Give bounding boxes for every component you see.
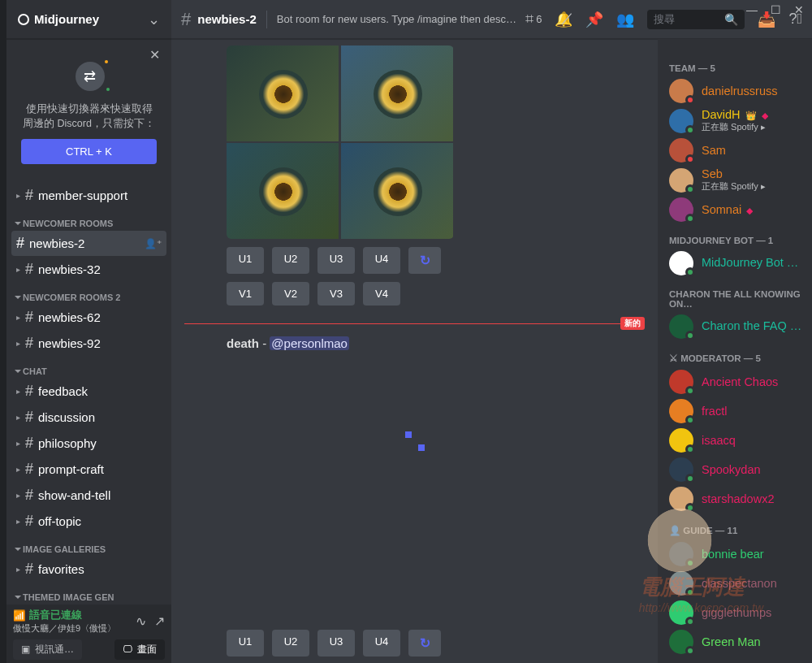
hash-icon: # — [25, 513, 33, 530]
button-u1[interactable]: U1 — [227, 630, 264, 656]
member-item[interactable]: isaacq — [666, 426, 807, 455]
channel-feedback[interactable]: ▸#feedback — [11, 379, 166, 404]
role-team: TEAM — 5 — [666, 52, 807, 76]
member-item[interactable]: Sam — [666, 136, 807, 165]
avatar — [669, 542, 693, 566]
member-item[interactable]: fractl — [666, 396, 807, 426]
message-text: death - @personlmao — [227, 336, 645, 350]
hash-icon: # — [25, 383, 33, 400]
member-item[interactable]: gigglethumps — [666, 598, 807, 627]
add-user-icon[interactable]: 👤⁺ — [145, 238, 162, 249]
category-themed[interactable]: THEMED IMAGE GEN — [11, 583, 166, 604]
member-item[interactable]: Ancient Chaos — [666, 367, 807, 396]
member-item[interactable]: Charon the FAQ … ✓ 機器人 — [666, 312, 807, 341]
avatar — [669, 600, 693, 625]
button-u2[interactable]: U2 — [272, 247, 309, 274]
category-newcomer[interactable]: NEWCOMER ROOMS — [11, 209, 166, 230]
search-icon: 🔍 — [724, 13, 738, 26]
hash-icon: # — [181, 9, 191, 30]
button-u3[interactable]: U3 — [317, 630, 355, 656]
member-item[interactable]: classpectanon — [666, 569, 807, 598]
channel-newbies-62[interactable]: ▸#newbies-62 — [11, 305, 166, 330]
video-button[interactable]: ▣視訊通… — [13, 639, 82, 660]
avatar — [669, 571, 693, 596]
quick-switcher-promo: ✕ ⇄ 使用快速切換器來快速取得周邊的 Discord，只需按下： CTRL +… — [15, 47, 163, 174]
member-list: TEAM — 5danielrussrussDavidH 👑 ◆正在聽 Spot… — [658, 39, 812, 663]
server-icon — [18, 14, 29, 25]
button-v4[interactable]: V4 — [363, 282, 400, 306]
avatar — [669, 457, 693, 482]
hash-icon: # — [25, 261, 33, 278]
noise-suppress-icon[interactable]: ∿ — [136, 613, 146, 629]
channel-philosophy[interactable]: ▸#philosophy — [11, 431, 166, 456]
reroll-button[interactable]: ↻ — [408, 630, 441, 656]
hash-icon: # — [25, 309, 33, 326]
hash-icon: # — [16, 235, 24, 252]
channel-off-topic[interactable]: ▸#off-topic — [11, 509, 166, 534]
chevron-down-icon[interactable]: ⌄ — [148, 11, 160, 28]
screen-share-button[interactable]: 🖵畫面 — [114, 639, 165, 660]
hash-icon: # — [25, 409, 33, 426]
avatar — [669, 370, 693, 394]
member-item[interactable]: starshadowx2 — [666, 484, 807, 514]
member-item[interactable]: danielrussruss — [666, 76, 807, 106]
channel-topic[interactable]: Bot room for new users. Type /imagine th… — [277, 13, 519, 25]
button-u1[interactable]: U1 — [227, 247, 264, 274]
channel-member-support[interactable]: ▸#member-support — [11, 183, 166, 208]
category-newcomer2[interactable]: NEWCOMER ROOMS 2 — [11, 283, 166, 304]
channel-newbies-2[interactable]: #newbies-2👤⁺ — [11, 231, 166, 256]
channel-prompt-craft[interactable]: ▸#prompt-craft — [11, 457, 166, 482]
member-item[interactable]: Spookydan — [666, 455, 807, 484]
category-galleries[interactable]: IMAGE GALLERIES — [11, 535, 166, 556]
channel-favorites[interactable]: ▸#favorites — [11, 557, 166, 582]
member-item[interactable]: MidJourney Bot ✓ 機器人 — [666, 249, 807, 278]
button-u2[interactable]: U2 — [272, 630, 309, 656]
server-header[interactable]: Midjourney ⌄ — [6, 0, 171, 39]
button-v1[interactable]: V1 — [227, 282, 264, 306]
button-u4[interactable]: U4 — [363, 247, 400, 274]
channel-newbies-92[interactable]: ▸#newbies-92 — [11, 331, 166, 356]
role-charon: CHARON THE ALL KNOWING ON… — [666, 278, 807, 312]
role-guide: 👤 GUIDE — 11 — [666, 514, 807, 540]
member-item[interactable]: Green Man — [666, 627, 807, 656]
user-panel: 📶語音已連線 傲慢大廳／伊娃9〈傲慢〉 ∿ ↗ ▣視訊通… 🖵畫面 — [6, 604, 171, 663]
hash-icon: # — [25, 461, 33, 478]
loading-spinner — [405, 431, 425, 451]
button-u3[interactable]: U3 — [317, 247, 355, 274]
button-v2[interactable]: V2 — [272, 282, 309, 306]
channel-newbies-32[interactable]: ▸#newbies-32 — [11, 257, 166, 282]
user-mention[interactable]: @personlmao — [270, 336, 349, 350]
member-item[interactable]: DavidH 👑 ◆正在聽 Spotify ▸ — [666, 106, 807, 136]
avatar — [669, 399, 693, 423]
hash-icon: # — [25, 435, 33, 452]
reroll-button[interactable]: ↻ — [408, 247, 441, 274]
members-icon[interactable]: 👥 — [616, 11, 634, 28]
close-icon[interactable]: ✕ — [794, 3, 804, 16]
generated-image-grid[interactable] — [227, 46, 454, 239]
minimize-icon[interactable]: — — [746, 3, 758, 16]
ctrl-k-button[interactable]: CTRL + K — [21, 139, 157, 164]
button-v3[interactable]: V3 — [317, 282, 355, 306]
close-promo-icon[interactable]: ✕ — [149, 47, 160, 63]
search-input[interactable]: 搜尋🔍 — [647, 10, 745, 29]
button-u4[interactable]: U4 — [363, 630, 400, 656]
category-chat[interactable]: CHAT — [11, 357, 166, 378]
switcher-text: 使用快速切換器來快速取得周邊的 Discord，只需按下： — [21, 102, 157, 131]
message-area: U1U2U3U4↻ V1V2V3V4 新的 death - @personlma… — [171, 39, 658, 663]
member-item[interactable]: bonnie bear — [666, 540, 807, 569]
member-item[interactable]: Somnai ◆ — [666, 195, 807, 224]
pinned-icon[interactable]: 📌 — [585, 11, 603, 28]
channel-discussion[interactable]: ▸#discussion — [11, 405, 166, 430]
member-item[interactable]: Seb正在聽 Spotify ▸ — [666, 165, 807, 195]
hash-icon: # — [25, 487, 33, 504]
threads-icon[interactable]: ⌗6 — [525, 11, 542, 28]
channel-sidebar: Midjourney ⌄ ✕ ⇄ 使用快速切換器來快速取得周邊的 Discord… — [6, 0, 171, 663]
switcher-arrows-icon: ⇄ — [76, 62, 105, 91]
server-name-text: Midjourney — [34, 12, 99, 26]
maximize-icon[interactable]: ☐ — [771, 3, 781, 16]
disconnect-icon[interactable]: ↗ — [154, 613, 165, 629]
variation-row: V1V2V3V4 — [227, 282, 645, 306]
channel-show-and-tell[interactable]: ▸#show-and-tell — [11, 483, 166, 508]
notifications-icon[interactable]: 🔔̸ — [555, 11, 572, 28]
upscale-row: U1U2U3U4↻ — [227, 630, 645, 656]
